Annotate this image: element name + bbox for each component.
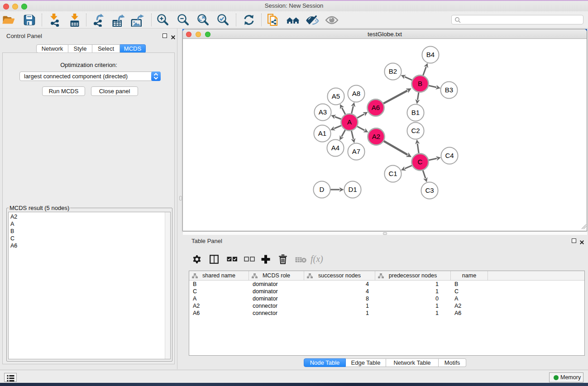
svg-text:A1: A1 [318,129,326,137]
svg-text:A6: A6 [372,104,380,111]
svg-text:B: B [418,80,422,87]
svg-text:A: A [347,118,352,126]
svg-text:C4: C4 [445,152,454,159]
svg-text:A7: A7 [352,148,360,155]
svg-text:A4: A4 [331,144,339,152]
svg-text:B1: B1 [411,109,420,116]
svg-text:B3: B3 [445,86,453,94]
svg-text:A8: A8 [352,90,360,97]
svg-text:C3: C3 [425,186,434,194]
svg-text:A5: A5 [332,92,340,100]
svg-text:C2: C2 [411,127,420,134]
svg-text:D: D [320,186,325,193]
svg-text:B4: B4 [426,51,435,58]
svg-text:A2: A2 [372,133,380,140]
svg-text:B2: B2 [389,67,397,75]
svg-text:D1: D1 [348,186,357,193]
svg-text:C: C [418,158,423,166]
svg-text:C1: C1 [388,170,397,177]
svg-text:A3: A3 [319,108,327,116]
